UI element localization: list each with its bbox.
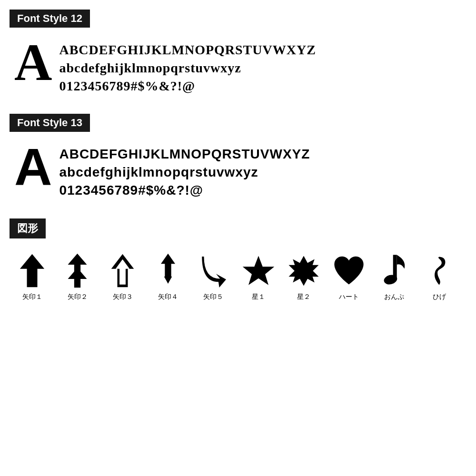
font-12-line-2: abcdefghijklmnopqrstuvwxyz: [59, 59, 316, 77]
yajirushi2-label: 矢印２: [68, 293, 88, 301]
shapes-label: 図形: [10, 218, 46, 238]
yajirushi3-icon: [106, 252, 139, 290]
shape-yajirushi5: 矢印５: [190, 252, 236, 301]
svg-marker-5: [161, 254, 175, 284]
heart-label: ハート: [339, 293, 359, 301]
svg-marker-0: [20, 254, 44, 288]
heart-icon: [332, 252, 366, 290]
hoshi2-icon: [287, 252, 320, 290]
onpu-label: おんぷ: [384, 293, 404, 301]
font-12-line-1: ABCDEFGHIJKLMNOPQRSTUVWXYZ: [59, 41, 316, 59]
hige-label: ひげ: [433, 293, 446, 301]
shape-onpu: おんぷ: [371, 252, 416, 301]
shape-yajirushi1: 矢印１: [10, 252, 55, 301]
yajirushi1-label: 矢印１: [22, 293, 42, 301]
hoshi1-label: 星１: [252, 293, 265, 301]
shape-hige: ひげ: [416, 252, 462, 301]
shape-yajirushi4: 矢印４: [145, 252, 190, 301]
hoshi2-label: 星２: [297, 293, 310, 301]
font-style-12-section: Font Style 12 A ABCDEFGHIJKLMNOPQRSTUVWX…: [10, 10, 466, 95]
shapes-grid: 矢印１ 矢印２: [10, 247, 466, 301]
font-13-line-1: ABCDEFGHIJKLMNOPQRSTUVWXYZ: [59, 145, 310, 163]
font-13-line-2: abcdefghijklmnopqrstuvwxyz: [59, 163, 310, 181]
shape-hoshi1: 星１: [236, 252, 281, 301]
font-13-char-lines: ABCDEFGHIJKLMNOPQRSTUVWXYZ abcdefghijklm…: [59, 140, 310, 199]
shapes-section: 図形 矢印１ 矢印２: [10, 218, 466, 301]
svg-rect-9: [393, 255, 397, 278]
font-12-char-lines: ABCDEFGHIJKLMNOPQRSTUVWXYZ abcdefghijklm…: [59, 36, 316, 95]
yajirushi1-icon: [16, 252, 49, 290]
hoshi1-icon: [242, 252, 275, 290]
font-style-12-label: Font Style 12: [10, 10, 90, 28]
yajirushi2-icon: [61, 252, 94, 290]
font-12-big-letter: A: [14, 36, 52, 89]
yajirushi4-label: 矢印４: [158, 293, 178, 301]
onpu-icon: [377, 252, 411, 290]
font-style-12-preview: A ABCDEFGHIJKLMNOPQRSTUVWXYZ abcdefghijk…: [10, 36, 466, 95]
page: Font Style 12 A ABCDEFGHIJKLMNOPQRSTUVWX…: [0, 0, 476, 311]
font-style-13-label: Font Style 13: [10, 114, 90, 132]
yajirushi3-label: 矢印３: [113, 293, 133, 301]
hige-icon: [423, 252, 456, 290]
yajirushi4-icon: [151, 252, 185, 290]
font-13-big-letter: A: [14, 140, 52, 193]
svg-marker-6: [242, 256, 274, 285]
font-12-line-3: 0123456789#$%&?!@: [59, 77, 316, 95]
font-style-13-preview: A ABCDEFGHIJKLMNOPQRSTUVWXYZ abcdefghijk…: [10, 140, 466, 199]
font-style-13-section: Font Style 13 A ABCDEFGHIJKLMNOPQRSTUVWX…: [10, 114, 466, 199]
shape-heart: ハート: [326, 252, 371, 301]
font-13-line-3: 0123456789#$%&?!@: [59, 181, 310, 199]
shape-hoshi2: 星２: [281, 252, 326, 301]
svg-marker-2: [68, 268, 87, 288]
shape-yajirushi3: 矢印３: [100, 252, 145, 301]
shape-yajirushi2: 矢印２: [55, 252, 100, 301]
yajirushi5-icon: [197, 252, 230, 290]
yajirushi5-label: 矢印５: [203, 293, 223, 301]
